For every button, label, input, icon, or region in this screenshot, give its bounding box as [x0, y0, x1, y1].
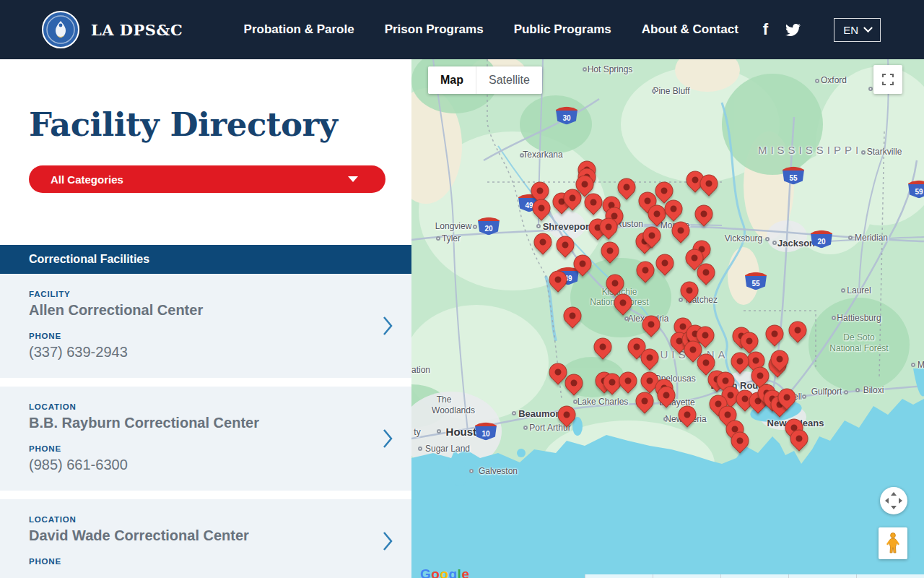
map-label: Hot Springs: [588, 64, 633, 74]
main-nav: Probation & ParolePrison ProgramsPublic …: [244, 22, 738, 37]
city-dot: [679, 298, 683, 302]
city-dot: [436, 236, 440, 241]
facility-card[interactable]: LOCATIONDavid Wade Correctional CenterPH…: [0, 499, 411, 578]
facility-directory-panel: Facility Directory All Categories Correc…: [0, 59, 411, 578]
city-dot: [911, 363, 915, 367]
louisiana-seal-logo: [42, 11, 79, 48]
map-label: Longview: [435, 221, 472, 231]
map-type-map-button[interactable]: Map: [428, 66, 476, 94]
city-dot: [841, 288, 845, 293]
pan-left-icon: [885, 498, 889, 504]
facility-phone: (985) 661-6300: [29, 457, 361, 473]
brand-title: LA DPS&C: [91, 21, 183, 39]
page-title: Facility Directory: [29, 105, 411, 144]
phone-label: PHONE: [29, 332, 361, 340]
city-dot: [520, 153, 524, 158]
twitter-icon[interactable]: [785, 22, 801, 38]
nav-item-prison-programs[interactable]: Prison Programs: [385, 22, 484, 37]
city-dot: [418, 447, 422, 451]
facility-card[interactable]: LOCATIONB.B. Rayburn Correctional Center…: [0, 387, 411, 491]
city-dot: [815, 79, 819, 83]
map-label: MISSISSIPPI: [758, 144, 862, 156]
nav-item-about-contact[interactable]: About & Contact: [642, 22, 738, 37]
fullscreen-icon: [882, 74, 894, 85]
section-header-label: Correctional Facilities: [29, 253, 149, 266]
map-label: National Forest: [829, 343, 888, 353]
facebook-icon[interactable]: f: [763, 20, 768, 39]
city-dot: [437, 429, 441, 434]
map-label: Biloxi: [863, 385, 884, 395]
pan-down-icon: [891, 506, 897, 509]
city-dot: [573, 400, 578, 404]
fullscreen-button[interactable]: [873, 65, 902, 94]
language-selector[interactable]: EN: [834, 18, 881, 42]
city-dot: [583, 67, 587, 72]
chevron-right-icon: [383, 428, 393, 449]
city-dot: [855, 388, 860, 392]
phone-label: PHONE: [29, 557, 361, 566]
city-dot: [473, 225, 477, 229]
city-dot: [861, 150, 866, 155]
map-label: Oxford: [821, 75, 847, 85]
language-current: EN: [843, 24, 858, 36]
city-dot: [772, 241, 777, 245]
map-label: ation: [411, 365, 430, 375]
map-label: Meridian: [855, 233, 888, 243]
map-attribution-bar: [585, 574, 924, 578]
map-label: ty: [414, 427, 420, 437]
map-type-control: Map Satellite: [428, 66, 542, 94]
facility-name: David Wade Correctional Center: [29, 527, 361, 544]
map-label: Hattiesburg: [837, 313, 881, 323]
facility-field-label: LOCATION: [29, 515, 361, 524]
city-dot: [512, 411, 516, 415]
map-label: Galveston: [479, 466, 518, 476]
map-canvas[interactable]: Map Satellite Google Hot SpringsPine Blu…: [411, 59, 924, 578]
city-dot: [663, 417, 668, 421]
map-label: Gulfport: [811, 387, 842, 397]
pan-control[interactable]: [880, 487, 907, 514]
category-dropdown-label: All Categories: [51, 173, 123, 186]
app-header: LA DPS&C Probation & ParolePrison Progra…: [0, 0, 924, 59]
facility-phone: (337) 639-2943: [29, 344, 361, 361]
google-logo: Google: [420, 566, 469, 578]
pegman-streetview-button[interactable]: [879, 527, 907, 559]
phone-label: PHONE: [29, 444, 361, 453]
facility-name: Allen Correctional Center: [29, 302, 361, 319]
city-dot: [868, 87, 873, 91]
city-dot: [523, 426, 528, 430]
map-type-satellite-button[interactable]: Satellite: [476, 66, 542, 94]
section-header: Correctional Facilities: [0, 245, 411, 274]
facility-field-label: FACILITY: [29, 290, 361, 298]
city-dot: [624, 316, 629, 321]
social-links: f EN: [763, 18, 924, 42]
facility-card[interactable]: FACILITYAllen Correctional CenterPHONE(3…: [0, 274, 411, 378]
map-label: Sugar Land: [425, 444, 470, 454]
city-dot: [652, 89, 656, 93]
caret-down-icon: [348, 176, 358, 182]
map-label: Starkville: [867, 147, 902, 157]
facility-name: B.B. Rayburn Correctional Center: [29, 415, 361, 431]
map-label: M: [918, 360, 924, 370]
pan-right-icon: [899, 498, 902, 504]
map-label: Lake Charles: [578, 397, 629, 407]
map-label: Woodlands: [432, 405, 475, 415]
city-dot: [848, 236, 853, 240]
map-label: Laurel: [847, 285, 871, 296]
category-dropdown[interactable]: All Categories: [29, 165, 385, 193]
chevron-right-icon: [383, 316, 393, 336]
city-dot: [469, 469, 474, 473]
chevron-right-icon: [383, 531, 393, 551]
pan-up-icon: [891, 492, 897, 496]
nav-item-probation-parole[interactable]: Probation & Parole: [244, 22, 354, 37]
facility-field-label: LOCATION: [29, 402, 361, 411]
nav-item-public-programs[interactable]: Public Programs: [514, 22, 611, 37]
brand[interactable]: LA DPS&C: [42, 11, 183, 48]
map-label: The: [437, 394, 452, 405]
city-dot: [832, 316, 836, 320]
map-label: Vicksburg: [725, 233, 762, 243]
map-label: Shreveport: [543, 221, 593, 232]
map-label: Tyler: [442, 233, 461, 243]
map-label: De Soto: [843, 332, 874, 342]
map-label: Jackson: [777, 238, 815, 249]
city-dot: [536, 224, 541, 228]
